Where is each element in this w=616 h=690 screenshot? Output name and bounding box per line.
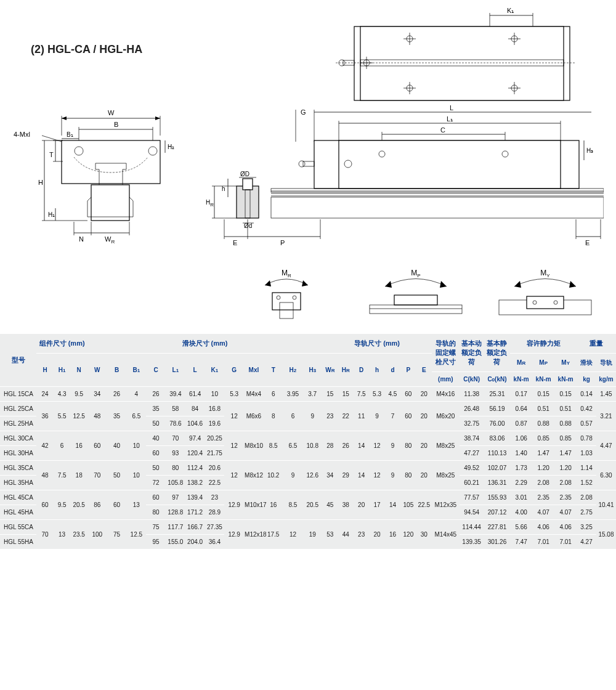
svg-rect-75 — [339, 140, 561, 189]
th: h — [369, 354, 384, 387]
cell: 29 — [338, 461, 354, 490]
cell: 14 — [385, 490, 400, 520]
cell: 77.57 — [460, 490, 484, 505]
th: N — [70, 354, 87, 387]
cell-model: HGL 45HA — [0, 505, 36, 520]
svg-rect-114 — [272, 293, 301, 310]
svg-marker-28 — [62, 116, 67, 120]
cell: 0.42 — [577, 402, 596, 416]
cell: M8x10 — [244, 431, 264, 461]
svg-text:G: G — [301, 108, 306, 116]
cell: 6.30 — [596, 461, 616, 490]
cell: 128.8 — [166, 505, 185, 520]
table-body: HGL 15CA244.39.5342642639.461.4105.3M4x4… — [0, 387, 616, 550]
cell: 12 — [224, 402, 244, 431]
cell: 12.5 — [126, 520, 146, 550]
cell: 10.8 — [302, 431, 322, 461]
th: D — [354, 354, 369, 387]
cell: 136.31 — [484, 476, 510, 490]
th: Mxl — [244, 354, 264, 387]
cell: 48 — [36, 461, 54, 490]
cell: 7.01 — [554, 535, 577, 550]
svg-marker-126 — [569, 281, 576, 288]
table-row: HGL 15CA244.39.5342642639.461.4105.3M4x4… — [0, 387, 616, 402]
cell: 32.75 — [460, 416, 484, 431]
cell: M14x45 — [432, 520, 459, 550]
cell: 5.3 — [369, 387, 384, 402]
cell: M6x20 — [432, 402, 459, 431]
cell-model: HGL 30CA — [0, 431, 36, 446]
th: WR — [322, 354, 338, 387]
cell: 1.47 — [554, 446, 577, 461]
cell: M6x6 — [244, 402, 264, 431]
cell: 13 — [126, 490, 146, 520]
cell: 35 — [146, 402, 166, 416]
cell-model: HGL 30HA — [0, 446, 36, 461]
svg-rect-88 — [237, 186, 259, 218]
drawing-cross-section: W B B₁ 4-Mxl — [12, 105, 197, 253]
svg-rect-121 — [394, 295, 437, 305]
cell-model: HGL 45CA — [0, 490, 36, 505]
cell: 3.95 — [283, 387, 303, 402]
cell: 10.41 — [596, 490, 616, 520]
cell: 7.5 — [354, 387, 369, 402]
cell: 9.5 — [70, 387, 87, 402]
cell: 86 — [87, 490, 107, 520]
cell: M12x35 — [432, 490, 459, 520]
cell: 21.75 — [205, 446, 225, 461]
cell: 23 — [354, 520, 369, 550]
cell: 9.5 — [54, 490, 71, 520]
cell: 19.6 — [205, 416, 225, 431]
svg-rect-42 — [91, 185, 129, 221]
cell: 11.38 — [460, 387, 484, 402]
cell: 3.25 — [577, 520, 596, 535]
cell: 13 — [54, 520, 71, 550]
th: 滑块 — [577, 354, 596, 372]
cell: 36.4 — [205, 535, 225, 550]
cell: 78.6 — [166, 416, 185, 431]
cell: 14 — [354, 431, 369, 461]
cell: 36 — [36, 402, 54, 431]
svg-text:MR: MR — [282, 269, 291, 278]
svg-marker-112 — [265, 280, 271, 286]
cell: 114.44 — [460, 520, 484, 535]
cell: 139.35 — [460, 535, 484, 550]
cell: 26 — [107, 387, 127, 402]
cell: 83.06 — [484, 431, 510, 446]
cell: 48 — [87, 402, 107, 431]
cell: 60 — [146, 490, 166, 505]
cell: 60.21 — [460, 476, 484, 490]
cell: 53 — [322, 520, 338, 550]
cell-model: HGL 55HA — [0, 535, 36, 550]
th: (mm) — [432, 372, 459, 387]
cell: 3.01 — [510, 490, 532, 505]
cell: 70 — [166, 431, 185, 446]
th-rail: 导轨尺寸 (mm) — [322, 334, 432, 354]
svg-text:P: P — [280, 239, 285, 246]
svg-text:T: T — [49, 151, 54, 158]
cell: 0.14 — [577, 387, 596, 402]
cell: 6.5 — [283, 431, 303, 461]
moment-my-icon: MY — [493, 268, 598, 323]
cell-model: HGL 35CA — [0, 461, 36, 476]
cell: 2.29 — [510, 476, 532, 490]
cell: 2.35 — [554, 490, 577, 505]
cell: 76.00 — [484, 416, 510, 431]
th-bolt: 导轨的固定螺栓尺寸 — [432, 334, 459, 372]
cell: 0.88 — [554, 416, 577, 431]
cell: 75 — [107, 520, 127, 550]
svg-text:E: E — [585, 239, 590, 246]
cell-model: HGL 15CA — [0, 387, 36, 402]
svg-rect-87 — [271, 197, 604, 218]
cell: 20.25 — [205, 431, 225, 446]
cell: 0.15 — [532, 387, 554, 402]
th: H3 — [302, 354, 322, 387]
th: kN-m — [554, 372, 577, 387]
cell: 207.12 — [484, 505, 510, 520]
cell: 166.7 — [185, 520, 205, 535]
cell-model: HGL 25HA — [0, 416, 36, 431]
cell: 5.3 — [224, 387, 244, 402]
cell: 7.47 — [510, 535, 532, 550]
cell: 12.5 — [70, 402, 87, 431]
cell: 9 — [385, 431, 400, 461]
